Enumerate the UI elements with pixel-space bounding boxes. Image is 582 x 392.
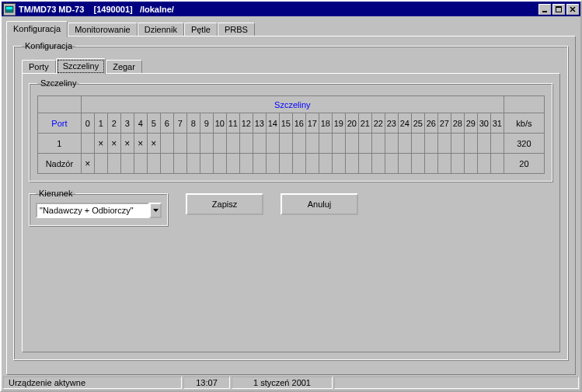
table-row: Nadzór×20 [38, 154, 545, 174]
chevron-down-icon[interactable] [149, 203, 162, 218]
slot-cell[interactable] [239, 154, 253, 174]
slot-cell[interactable] [437, 154, 451, 174]
slot-cell[interactable] [200, 134, 213, 154]
slot-cell[interactable] [107, 154, 120, 174]
slot-cell[interactable] [239, 134, 253, 154]
main-tabpanel: Konfiguracja Porty Szczeliny Zegar Szcze… [6, 36, 576, 375]
kierunek-combo[interactable]: "Nadawczy + Odbiorczy" [36, 203, 162, 218]
maximize-button[interactable] [552, 4, 565, 15]
slot-cell[interactable] [186, 134, 200, 154]
slot-header-17: 17 [305, 113, 319, 134]
slot-cell[interactable] [226, 134, 239, 154]
slot-cell[interactable] [305, 154, 319, 174]
slot-cell[interactable]: × [120, 134, 134, 154]
slot-cell[interactable] [345, 134, 358, 154]
slot-cell[interactable] [186, 154, 200, 174]
slot-header-19: 19 [332, 113, 345, 134]
slot-cell[interactable] [464, 134, 477, 154]
slot-cell[interactable] [411, 134, 424, 154]
slot-cell[interactable] [319, 154, 332, 174]
tab-szczeliny[interactable]: Szczeliny [56, 58, 106, 75]
titlebar[interactable]: TM/MD73 MD-73 [1490001] /lokalne/ [2, 2, 580, 16]
slot-cell[interactable] [437, 134, 451, 154]
slot-cell[interactable] [398, 134, 411, 154]
slot-cell[interactable] [173, 154, 186, 174]
x-mark-icon: × [98, 138, 103, 149]
status-spacer [334, 376, 579, 389]
slot-cell[interactable] [424, 154, 437, 174]
slot-cell[interactable] [279, 154, 292, 174]
slot-cell[interactable] [305, 134, 319, 154]
slot-cell[interactable] [477, 154, 490, 174]
slot-cell[interactable] [385, 154, 398, 174]
tab-porty[interactable]: Porty [22, 60, 56, 74]
table-corner [38, 96, 82, 113]
row-label: Nadzór [38, 154, 82, 174]
slot-cell[interactable]: × [94, 134, 107, 154]
slot-header-23: 23 [385, 113, 398, 134]
slot-cell[interactable] [358, 154, 371, 174]
slot-cell[interactable]: × [81, 154, 94, 174]
slot-cell[interactable]: × [107, 134, 120, 154]
slot-header-11: 11 [226, 113, 239, 134]
group-konfiguracja-legend: Konfiguracja [22, 41, 75, 50]
slot-cell[interactable] [253, 134, 266, 154]
slot-cell[interactable] [200, 154, 213, 174]
x-mark-icon: × [124, 138, 130, 149]
slot-cell[interactable] [451, 134, 464, 154]
slot-cell[interactable] [385, 134, 398, 154]
slot-header-29: 29 [464, 113, 477, 134]
tab-petle[interactable]: Pętle [184, 23, 218, 36]
status-time: 13:07 [183, 376, 230, 389]
cancel-button[interactable]: Anuluj [281, 193, 358, 215]
slot-cell[interactable] [371, 134, 385, 154]
slot-header-26: 26 [424, 113, 437, 134]
slot-cell[interactable] [358, 134, 371, 154]
slot-cell[interactable] [147, 154, 160, 174]
slot-cell[interactable] [332, 134, 345, 154]
slot-cell[interactable] [226, 154, 239, 174]
slot-cell[interactable] [266, 154, 279, 174]
slot-cell[interactable] [253, 154, 266, 174]
slot-cell[interactable] [332, 154, 345, 174]
slot-cell[interactable] [160, 154, 173, 174]
slot-cell[interactable] [292, 154, 305, 174]
slot-cell[interactable] [279, 134, 292, 154]
tab-konfiguracja[interactable]: Konfiguracja [6, 21, 68, 37]
slot-cell[interactable] [173, 134, 186, 154]
slot-cell[interactable] [477, 134, 490, 154]
tab-monitorowanie[interactable]: Monitorowanie [68, 23, 138, 36]
slot-cell[interactable] [424, 134, 437, 154]
inner-tabstrip: Porty Szczeliny Zegar [22, 58, 560, 74]
slot-cell[interactable] [134, 154, 147, 174]
slot-cell[interactable] [490, 154, 504, 174]
save-button[interactable]: Zapisz [186, 193, 263, 215]
slot-cell[interactable] [411, 154, 424, 174]
slot-cell[interactable]: × [147, 134, 160, 154]
slot-cell[interactable]: × [134, 134, 147, 154]
slot-cell[interactable] [292, 134, 305, 154]
slot-header-3: 3 [120, 113, 134, 134]
group-kierunek-legend: Kierunek [36, 189, 75, 198]
slot-cell[interactable] [266, 134, 279, 154]
table-header-kbs-blank [504, 96, 544, 113]
close-button[interactable] [566, 4, 579, 15]
slot-cell[interactable] [464, 154, 477, 174]
slot-cell[interactable] [490, 134, 504, 154]
tab-zegar[interactable]: Zegar [106, 60, 142, 74]
tab-dziennik[interactable]: Dziennik [138, 23, 184, 36]
slot-cell[interactable] [81, 134, 94, 154]
slot-cell[interactable] [160, 134, 173, 154]
slot-cell[interactable] [94, 154, 107, 174]
slot-cell[interactable] [398, 154, 411, 174]
tab-prbs[interactable]: PRBS [218, 23, 255, 36]
slot-cell[interactable] [319, 134, 332, 154]
client-area: Konfiguracja Monitorowanie Dziennik Pętl… [2, 16, 580, 375]
minimize-button[interactable] [538, 4, 551, 15]
slot-cell[interactable] [213, 154, 226, 174]
slot-cell[interactable] [371, 154, 385, 174]
slot-cell[interactable] [345, 154, 358, 174]
slot-cell[interactable] [213, 134, 226, 154]
slot-cell[interactable] [451, 154, 464, 174]
slot-cell[interactable] [120, 154, 134, 174]
